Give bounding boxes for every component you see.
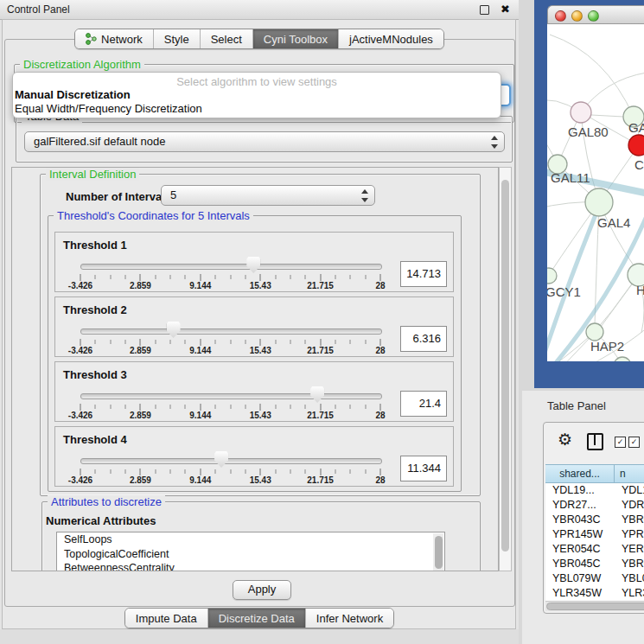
- tab-network[interactable]: Network: [75, 29, 153, 48]
- table-cell[interactable]: YBR0: [616, 513, 644, 527]
- minimize-button[interactable]: [571, 10, 583, 22]
- table-row[interactable]: YDL19...YDL1: [545, 483, 644, 498]
- threshold-value-field[interactable]: 14.713: [400, 261, 447, 287]
- dropdown-item-equal-width[interactable]: Equal Width/Frequency Discretization: [13, 102, 501, 116]
- node-gcy1: [547, 268, 557, 284]
- dropdown-placeholder-item[interactable]: Select algorithm to view settings: [13, 75, 501, 88]
- slider-tick-labels: -3.4262.8599.14415.4321.71528: [80, 346, 380, 356]
- control-panel-window: Control Panel ✖ Network Style: [0, 0, 519, 644]
- slider-thumb[interactable]: [246, 257, 260, 273]
- slider-track[interactable]: [80, 264, 382, 270]
- table-cell[interactable]: YER054C: [545, 542, 616, 557]
- node-gal4: [585, 188, 613, 216]
- table-row[interactable]: YER054CYER0: [545, 542, 644, 557]
- table-cell[interactable]: YBR043C: [545, 513, 616, 527]
- attributes-to-discretize-group: Attributes to discretize Numerical Attri…: [41, 501, 481, 571]
- table-cell[interactable]: YDL19...: [545, 483, 616, 498]
- svg-text:H: H: [636, 283, 644, 297]
- screen: Control Panel ✖ Network Style: [0, 0, 644, 644]
- gear-icon[interactable]: ⚙: [558, 431, 572, 449]
- slider-thumb[interactable]: [214, 451, 228, 468]
- table-row[interactable]: YBR045CYBR0: [545, 557, 644, 571]
- table-cell[interactable]: YBL0: [616, 571, 644, 586]
- table-row[interactable]: YDR27...YDR2: [545, 498, 644, 513]
- network-window: GAL80 GA C GAL11 GAL4 GCY1 H HAP2: [547, 5, 644, 361]
- float-window-icon[interactable]: [480, 5, 489, 15]
- table-row[interactable]: YPR145WYPR1: [545, 527, 644, 542]
- table-rows: YDL19...YDL1YDR27...YDR2YBR043CYBR0YPR14…: [545, 483, 644, 603]
- table-cell[interactable]: YER0: [616, 542, 644, 557]
- table-data-combobox[interactable]: galFiltered.sif default node: [24, 131, 505, 152]
- tab-impute-data[interactable]: Impute Data: [125, 609, 207, 628]
- apply-button[interactable]: Apply: [233, 580, 291, 600]
- table-cell[interactable]: YBL079W: [545, 571, 616, 586]
- network-canvas[interactable]: GAL80 GA C GAL11 GAL4 GCY1 H HAP2: [547, 24, 644, 361]
- table-row[interactable]: YBR043CYBR0: [545, 513, 644, 527]
- list-item[interactable]: TopologicalCoefficient: [57, 547, 444, 562]
- tab-discretize-data[interactable]: Discretize Data: [207, 609, 305, 628]
- table-row[interactable]: YBL079WYBL0: [545, 571, 644, 586]
- slider-thumb[interactable]: [167, 322, 181, 338]
- tab-cyni-toolbox[interactable]: Cyni Toolbox: [252, 29, 338, 48]
- table-cell[interactable]: YDR27...: [545, 498, 616, 513]
- table-cell[interactable]: YLR345W: [545, 586, 616, 601]
- slider-tick-labels: -3.4262.8599.14415.4321.71528: [80, 281, 380, 291]
- table-cell[interactable]: YBR0: [616, 557, 644, 571]
- split-columns-icon[interactable]: [587, 433, 603, 450]
- checkbox-icon[interactable]: ✓: [615, 437, 626, 448]
- column-header-shared-name[interactable]: shared...: [545, 464, 615, 483]
- numerical-attributes-list[interactable]: SelfLoopsTopologicalCoefficientBetweenne…: [56, 532, 445, 571]
- tab-select[interactable]: Select: [200, 29, 252, 48]
- threshold-panel: Threshold 4 -3.4262.8599.14415.4321.7152…: [54, 426, 454, 487]
- tab-style[interactable]: Style: [153, 29, 200, 48]
- table-cell[interactable]: YDL1: [616, 483, 644, 498]
- threshold-panel: Threshold 1 -3.4262.8599.14415.4321.7152…: [54, 232, 454, 292]
- checkbox-icon[interactable]: ✓: [628, 437, 640, 448]
- dropdown-item-manual[interactable]: Manual Discretization: [13, 88, 501, 102]
- list-scrollbar[interactable]: [433, 533, 443, 571]
- threshold-value-field[interactable]: 6.316: [400, 326, 447, 352]
- column-header-name[interactable]: n: [615, 464, 644, 483]
- table-panel-title: Table Panel: [547, 399, 606, 412]
- vertical-scrollbar[interactable]: [499, 167, 512, 571]
- table-cell[interactable]: YBR045C: [545, 557, 616, 571]
- node-bottom: [614, 357, 631, 361]
- network-nodes[interactable]: [547, 102, 644, 361]
- table-row[interactable]: YLR345WYLR3: [545, 586, 644, 601]
- scrollbar-thumb[interactable]: [501, 180, 509, 552]
- close-icon[interactable]: ✖: [501, 0, 510, 19]
- combo-arrows-icon: [489, 135, 499, 150]
- table-cell[interactable]: YPR1: [616, 527, 644, 542]
- slider-track[interactable]: [80, 458, 382, 464]
- close-button[interactable]: [555, 10, 566, 22]
- table-data-group: Table Data galFiltered.sif default node: [16, 116, 513, 163]
- table-cell[interactable]: YDR2: [616, 498, 644, 513]
- slider-thumb[interactable]: [310, 386, 324, 403]
- slider-tick-labels: -3.4262.8599.14415.4321.71528: [80, 475, 380, 486]
- group-title: Attributes to discretize: [48, 495, 165, 508]
- group-title: Interval Definition: [46, 168, 139, 181]
- table-cell[interactable]: YPR145W: [545, 527, 616, 542]
- table-cell[interactable]: YLR3: [616, 586, 644, 601]
- horizontal-scrollbar[interactable]: [545, 601, 644, 611]
- scrollbar-thumb[interactable]: [546, 603, 644, 610]
- slider-track[interactable]: [80, 328, 382, 335]
- list-item[interactable]: SelfLoops: [57, 532, 444, 547]
- group-title: Threshold's Coordinates for 5 Intervals: [54, 209, 253, 222]
- svg-text:GAL80: GAL80: [568, 124, 609, 139]
- slider-track[interactable]: [80, 393, 382, 399]
- table-header-row: shared... n: [545, 464, 644, 483]
- svg-text:GAL11: GAL11: [551, 170, 590, 185]
- top-tab-bar: Network Style Select Cyni Toolbox jActiv…: [0, 29, 519, 49]
- list-item[interactable]: BetweennessCentrality: [57, 561, 444, 571]
- bottom-tab-bar: Impute Data Discretize Data Infer Networ…: [0, 608, 519, 628]
- interval-definition-group: Interval Definition Number of Intervals …: [40, 174, 481, 496]
- num-intervals-combobox[interactable]: 5: [161, 185, 375, 206]
- threshold-value-field[interactable]: 11.344: [400, 456, 447, 481]
- svg-text:HAP2: HAP2: [590, 339, 624, 354]
- tab-jactivemnodules[interactable]: jActiveMNodules: [338, 29, 443, 48]
- tab-infer-network[interactable]: Infer Network: [305, 609, 393, 628]
- threshold-value-field[interactable]: 21.4: [400, 391, 447, 417]
- network-window-titlebar[interactable]: [547, 5, 644, 24]
- zoom-button[interactable]: [588, 10, 599, 22]
